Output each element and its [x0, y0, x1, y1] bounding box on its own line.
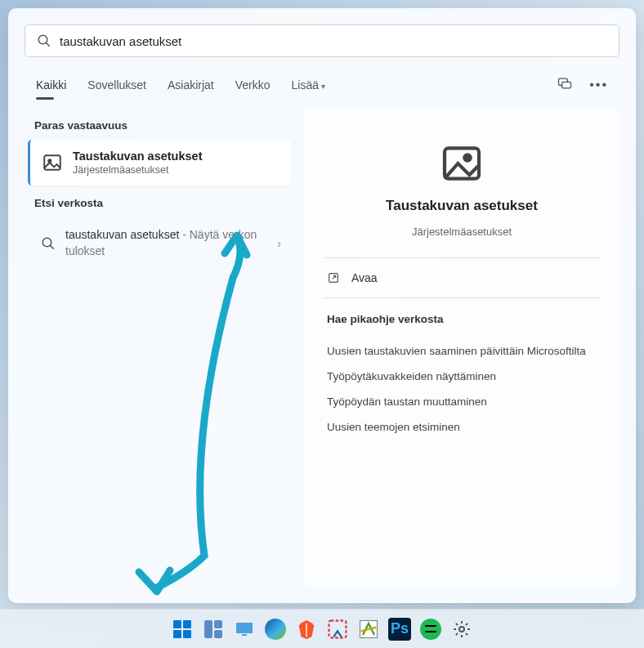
quick-link[interactable]: Työpöydän taustan muuttaminen	[327, 389, 597, 414]
svg-rect-13	[329, 620, 347, 637]
results-column: Paras vastaavuus Taustakuvan asetukset J…	[25, 108, 294, 587]
quick-help-title: Hae pikaohje verkosta	[327, 313, 597, 325]
taskbar-app-chemsketch[interactable]	[357, 618, 380, 641]
tabs-row: Kaikki Sovellukset Asiakirjat Verkko Lis…	[8, 65, 636, 101]
image-icon	[42, 152, 63, 173]
chevron-right-icon: ›	[277, 237, 281, 250]
search-input[interactable]	[60, 34, 607, 48]
image-icon	[439, 141, 485, 186]
svg-rect-3	[562, 82, 571, 88]
taskbar-app-snipping[interactable]	[326, 618, 349, 641]
taskbar-app-edge[interactable]	[264, 618, 287, 641]
preview-pane: Taustakuvan asetukset Järjestelmäasetuks…	[304, 108, 619, 587]
tab-more[interactable]: Lisää▾	[292, 74, 325, 96]
open-icon	[327, 271, 340, 284]
svg-point-0	[38, 35, 47, 44]
svg-rect-12	[242, 634, 247, 636]
taskbar-app-settings[interactable]	[450, 618, 473, 641]
preview-title: Taustakuvan asetukset	[386, 198, 538, 214]
best-match-label: Paras vastaavuus	[25, 108, 294, 140]
svg-point-15	[459, 627, 464, 632]
svg-rect-4	[44, 155, 60, 169]
search-box[interactable]	[25, 25, 619, 57]
taskbar-app-brave[interactable]	[295, 618, 318, 641]
preview-subtitle: Järjestelmäasetukset	[412, 226, 512, 238]
svg-rect-11	[236, 623, 253, 633]
best-match-subtitle: Järjestelmäasetukset	[73, 164, 203, 176]
tab-documents[interactable]: Asiakirjat	[168, 74, 214, 96]
best-match-item[interactable]: Taustakuvan asetukset Järjestelmäasetuks…	[28, 140, 291, 185]
search-web-label: Etsi verkosta	[25, 185, 294, 217]
svg-point-9	[464, 154, 470, 160]
search-panel: Kaikki Sovellukset Asiakirjat Verkko Lis…	[8, 8, 636, 603]
quick-link[interactable]: Uusien teemojen etsiminen	[327, 414, 597, 440]
quick-link[interactable]: Työpöytäkuvakkeiden näyttäminen	[327, 364, 597, 389]
tab-apps[interactable]: Sovellukset	[87, 74, 146, 96]
chevron-down-icon: ▾	[321, 82, 325, 91]
svg-point-6	[42, 238, 51, 247]
taskbar-app-spotify[interactable]	[419, 618, 442, 641]
tab-all[interactable]: Kaikki	[36, 74, 66, 96]
search-icon	[41, 236, 56, 251]
taskbar-app-monitor[interactable]	[233, 618, 256, 641]
quick-link[interactable]: Uusien taustakuvien saaminen päivittäin …	[327, 338, 597, 364]
taskbar-app-photoshop[interactable]: Ps	[388, 618, 411, 641]
web-item-text: taustakuvan asetukset - Näytä verkon tul…	[65, 227, 267, 259]
more-icon[interactable]: •••	[589, 78, 608, 92]
tab-web[interactable]: Verkko	[235, 74, 271, 96]
svg-line-1	[46, 42, 50, 47]
search-icon	[37, 34, 51, 48]
web-search-item[interactable]: taustakuvan asetukset - Näytä verkon tul…	[28, 217, 291, 269]
chat-icon[interactable]	[557, 75, 573, 95]
widgets-button[interactable]	[202, 618, 225, 641]
best-match-title: Taustakuvan asetukset	[73, 150, 203, 163]
start-button[interactable]	[171, 618, 194, 641]
taskbar: Ps	[0, 609, 644, 648]
open-action[interactable]: Avaa	[324, 258, 600, 298]
svg-line-7	[50, 245, 54, 249]
